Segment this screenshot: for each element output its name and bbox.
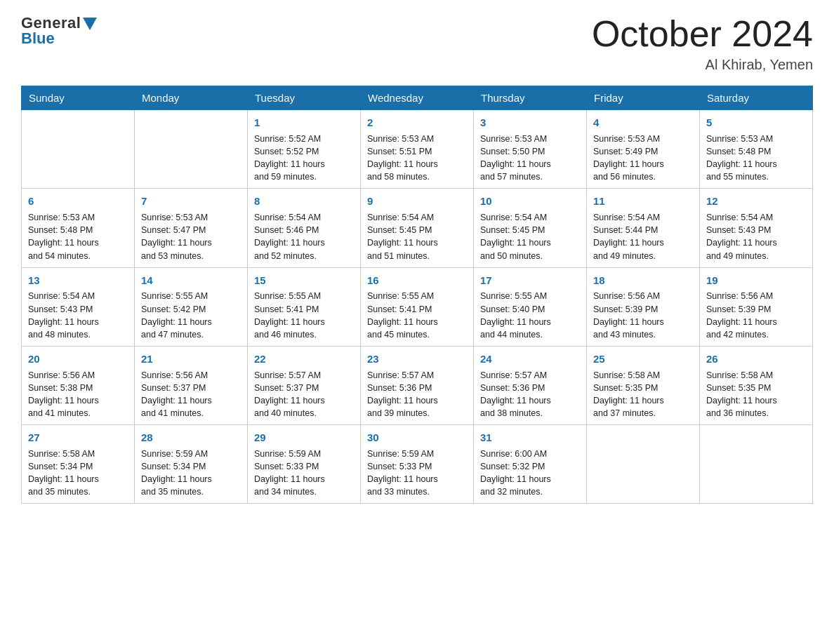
day-number: 23 [367, 351, 467, 367]
calendar-day-header: Wednesday [361, 86, 474, 110]
day-number: 28 [141, 430, 241, 445]
day-info: Sunrise: 5:53 AM Sunset: 5:48 PM Dayligh… [28, 211, 128, 262]
day-info: Sunrise: 5:54 AM Sunset: 5:45 PM Dayligh… [367, 211, 467, 262]
calendar-cell: 11Sunrise: 5:54 AM Sunset: 5:44 PM Dayli… [587, 189, 700, 267]
calendar-cell: 28Sunrise: 5:59 AM Sunset: 5:34 PM Dayli… [135, 425, 248, 504]
day-info: Sunrise: 5:53 AM Sunset: 5:49 PM Dayligh… [593, 133, 693, 184]
day-info: Sunrise: 5:56 AM Sunset: 5:39 PM Dayligh… [706, 290, 806, 341]
calendar-cell [135, 110, 248, 189]
day-info: Sunrise: 5:52 AM Sunset: 5:52 PM Dayligh… [254, 133, 354, 184]
calendar-day-header: Monday [135, 86, 248, 110]
calendar-day-header: Sunday [22, 86, 135, 110]
day-number: 1 [254, 115, 354, 130]
day-info: Sunrise: 5:59 AM Sunset: 5:33 PM Dayligh… [254, 448, 354, 499]
day-info: Sunrise: 5:53 AM Sunset: 5:50 PM Dayligh… [480, 133, 580, 184]
location: Al Khirab, Yemen [592, 57, 813, 73]
day-info: Sunrise: 5:53 AM Sunset: 5:51 PM Dayligh… [367, 133, 467, 184]
calendar-body: 1Sunrise: 5:52 AM Sunset: 5:52 PM Daylig… [22, 110, 813, 504]
day-info: Sunrise: 5:58 AM Sunset: 5:35 PM Dayligh… [706, 369, 806, 420]
day-info: Sunrise: 5:54 AM Sunset: 5:43 PM Dayligh… [28, 290, 128, 341]
day-number: 24 [480, 351, 580, 367]
day-info: Sunrise: 5:56 AM Sunset: 5:38 PM Dayligh… [28, 369, 128, 420]
calendar-day-header: Tuesday [248, 86, 361, 110]
calendar-cell: 7Sunrise: 5:53 AM Sunset: 5:47 PM Daylig… [135, 189, 248, 267]
calendar-cell [700, 425, 813, 504]
calendar-header-row: SundayMondayTuesdayWednesdayThursdayFrid… [22, 86, 813, 110]
logo-arrow-icon [83, 18, 97, 30]
calendar-day-header: Thursday [474, 86, 587, 110]
day-info: Sunrise: 5:53 AM Sunset: 5:47 PM Dayligh… [141, 211, 241, 262]
day-number: 3 [480, 115, 580, 130]
day-info: Sunrise: 5:57 AM Sunset: 5:36 PM Dayligh… [367, 369, 467, 420]
calendar-cell: 12Sunrise: 5:54 AM Sunset: 5:43 PM Dayli… [700, 189, 813, 267]
calendar-week-row: 13Sunrise: 5:54 AM Sunset: 5:43 PM Dayli… [22, 267, 813, 346]
calendar-cell: 15Sunrise: 5:55 AM Sunset: 5:41 PM Dayli… [248, 267, 361, 346]
calendar-cell: 29Sunrise: 5:59 AM Sunset: 5:33 PM Dayli… [248, 425, 361, 504]
month-title: October 2024 [592, 14, 813, 54]
page-header: General Blue October 2024 Al Khirab, Yem… [21, 14, 813, 73]
calendar-cell: 22Sunrise: 5:57 AM Sunset: 5:37 PM Dayli… [248, 346, 361, 424]
calendar-cell: 31Sunrise: 6:00 AM Sunset: 5:32 PM Dayli… [474, 425, 587, 504]
day-info: Sunrise: 5:54 AM Sunset: 5:43 PM Dayligh… [706, 211, 806, 262]
day-number: 22 [254, 351, 354, 367]
calendar-week-row: 20Sunrise: 5:56 AM Sunset: 5:38 PM Dayli… [22, 346, 813, 424]
calendar-cell: 21Sunrise: 5:56 AM Sunset: 5:37 PM Dayli… [135, 346, 248, 424]
calendar-cell: 23Sunrise: 5:57 AM Sunset: 5:36 PM Dayli… [361, 346, 474, 424]
day-info: Sunrise: 5:57 AM Sunset: 5:36 PM Dayligh… [480, 369, 580, 420]
day-info: Sunrise: 5:59 AM Sunset: 5:33 PM Dayligh… [367, 448, 467, 499]
calendar-cell: 2Sunrise: 5:53 AM Sunset: 5:51 PM Daylig… [361, 110, 474, 189]
calendar-cell: 24Sunrise: 5:57 AM Sunset: 5:36 PM Dayli… [474, 346, 587, 424]
day-number: 6 [28, 194, 128, 209]
calendar-table: SundayMondayTuesdayWednesdayThursdayFrid… [21, 86, 813, 504]
day-number: 14 [141, 273, 241, 288]
day-number: 26 [706, 351, 806, 367]
calendar-cell: 3Sunrise: 5:53 AM Sunset: 5:50 PM Daylig… [474, 110, 587, 189]
day-number: 16 [367, 273, 467, 288]
day-info: Sunrise: 5:53 AM Sunset: 5:48 PM Dayligh… [706, 133, 806, 184]
calendar-week-row: 1Sunrise: 5:52 AM Sunset: 5:52 PM Daylig… [22, 110, 813, 189]
day-info: Sunrise: 5:54 AM Sunset: 5:45 PM Dayligh… [480, 211, 580, 262]
calendar-cell: 9Sunrise: 5:54 AM Sunset: 5:45 PM Daylig… [361, 189, 474, 267]
day-number: 17 [480, 273, 580, 288]
calendar-cell: 25Sunrise: 5:58 AM Sunset: 5:35 PM Dayli… [587, 346, 700, 424]
calendar-cell [22, 110, 135, 189]
calendar-cell: 18Sunrise: 5:56 AM Sunset: 5:39 PM Dayli… [587, 267, 700, 346]
logo-blue-label: Blue [21, 29, 55, 48]
calendar-cell: 19Sunrise: 5:56 AM Sunset: 5:39 PM Dayli… [700, 267, 813, 346]
day-info: Sunrise: 5:55 AM Sunset: 5:40 PM Dayligh… [480, 290, 580, 341]
calendar-cell: 1Sunrise: 5:52 AM Sunset: 5:52 PM Daylig… [248, 110, 361, 189]
calendar-cell: 14Sunrise: 5:55 AM Sunset: 5:42 PM Dayli… [135, 267, 248, 346]
day-number: 7 [141, 194, 241, 209]
logo: General Blue [21, 14, 97, 48]
day-number: 13 [28, 273, 128, 288]
day-info: Sunrise: 5:56 AM Sunset: 5:37 PM Dayligh… [141, 369, 241, 420]
day-number: 8 [254, 194, 354, 209]
calendar-cell: 30Sunrise: 5:59 AM Sunset: 5:33 PM Dayli… [361, 425, 474, 504]
day-number: 10 [480, 194, 580, 209]
day-number: 25 [593, 351, 693, 367]
day-number: 29 [254, 430, 354, 445]
calendar-cell: 26Sunrise: 5:58 AM Sunset: 5:35 PM Dayli… [700, 346, 813, 424]
calendar-cell: 27Sunrise: 5:58 AM Sunset: 5:34 PM Dayli… [22, 425, 135, 504]
calendar-week-row: 6Sunrise: 5:53 AM Sunset: 5:48 PM Daylig… [22, 189, 813, 267]
day-number: 11 [593, 194, 693, 209]
day-info: Sunrise: 5:58 AM Sunset: 5:35 PM Dayligh… [593, 369, 693, 420]
calendar-cell: 13Sunrise: 5:54 AM Sunset: 5:43 PM Dayli… [22, 267, 135, 346]
day-number: 5 [706, 115, 806, 130]
day-number: 18 [593, 273, 693, 288]
day-number: 30 [367, 430, 467, 445]
calendar-cell: 16Sunrise: 5:55 AM Sunset: 5:41 PM Dayli… [361, 267, 474, 346]
day-number: 9 [367, 194, 467, 209]
calendar-cell: 8Sunrise: 5:54 AM Sunset: 5:46 PM Daylig… [248, 189, 361, 267]
day-info: Sunrise: 5:59 AM Sunset: 5:34 PM Dayligh… [141, 448, 241, 499]
day-number: 2 [367, 115, 467, 130]
calendar-cell: 20Sunrise: 5:56 AM Sunset: 5:38 PM Dayli… [22, 346, 135, 424]
calendar-cell: 4Sunrise: 5:53 AM Sunset: 5:49 PM Daylig… [587, 110, 700, 189]
day-number: 20 [28, 351, 128, 367]
day-info: Sunrise: 5:55 AM Sunset: 5:41 PM Dayligh… [254, 290, 354, 341]
day-info: Sunrise: 5:55 AM Sunset: 5:41 PM Dayligh… [367, 290, 467, 341]
day-number: 31 [480, 430, 580, 445]
calendar-cell: 6Sunrise: 5:53 AM Sunset: 5:48 PM Daylig… [22, 189, 135, 267]
day-info: Sunrise: 5:57 AM Sunset: 5:37 PM Dayligh… [254, 369, 354, 420]
calendar-day-header: Friday [587, 86, 700, 110]
